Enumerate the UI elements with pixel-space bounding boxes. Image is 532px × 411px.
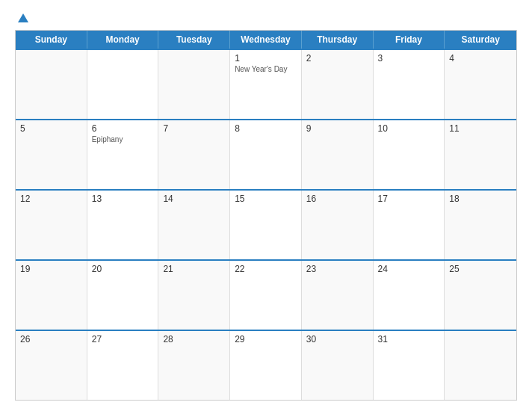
calendar-cell: 15: [230, 191, 302, 259]
calendar-cell: 24: [374, 261, 445, 330]
calendar-cell: 7: [158, 120, 230, 189]
calendar-cell: [87, 50, 159, 119]
calendar-cell: 25: [445, 261, 516, 330]
day-number: 24: [378, 264, 440, 274]
calendar-cell: 17: [374, 191, 445, 259]
day-number: 8: [235, 123, 297, 134]
day-number: 31: [378, 334, 440, 344]
header-day-friday: Friday: [374, 31, 445, 49]
day-number: 21: [163, 264, 225, 274]
calendar-cell: 28: [158, 331, 230, 400]
day-number: 2: [306, 53, 368, 64]
calendar-cell: 9: [302, 120, 374, 189]
day-number: 16: [306, 194, 368, 204]
day-number: 3: [378, 53, 440, 64]
calendar-cell: 12: [16, 191, 87, 259]
calendar-cell: 10: [374, 120, 445, 189]
logo: [15, 13, 28, 22]
calendar-cell: [445, 331, 516, 400]
day-number: 6: [92, 123, 154, 134]
calendar-week-1: 1New Year's Day234: [16, 49, 516, 119]
calendar-cell: 26: [16, 331, 87, 400]
calendar-cell: 31: [374, 331, 445, 400]
calendar-cell: 6Epiphany: [87, 120, 159, 189]
calendar-cell: 5: [16, 120, 87, 189]
calendar-body: 1New Year's Day23456Epiphany789101112131…: [16, 49, 516, 400]
calendar-cell: 23: [302, 261, 374, 330]
calendar-cell: [158, 50, 230, 119]
holiday-label: New Year's Day: [235, 65, 297, 73]
day-number: 18: [449, 194, 512, 204]
calendar-cell: 20: [87, 261, 159, 330]
day-number: 1: [235, 53, 297, 64]
calendar-cell: 1New Year's Day: [230, 50, 302, 119]
header-day-saturday: Saturday: [445, 31, 516, 49]
day-number: 28: [163, 334, 225, 344]
day-number: 22: [235, 264, 297, 274]
day-number: 13: [92, 194, 154, 204]
calendar-cell: 22: [230, 261, 302, 330]
day-number: 27: [92, 334, 154, 344]
day-number: 7: [163, 123, 225, 134]
header-day-thursday: Thursday: [302, 31, 374, 49]
logo-blue-text: [15, 13, 28, 22]
calendar-cell: 18: [445, 191, 516, 259]
day-number: 19: [20, 264, 82, 274]
header-day-monday: Monday: [87, 31, 159, 49]
calendar-cell: 30: [302, 331, 374, 400]
day-number: 14: [163, 194, 225, 204]
header-day-sunday: Sunday: [16, 31, 87, 49]
calendar-cell: 29: [230, 331, 302, 400]
calendar-week-3: 12131415161718: [16, 189, 516, 259]
day-number: 15: [235, 194, 297, 204]
calendar-cell: 16: [302, 191, 374, 259]
day-number: 10: [378, 123, 440, 134]
calendar: SundayMondayTuesdayWednesdayThursdayFrid…: [15, 30, 517, 401]
calendar-cell: 19: [16, 261, 87, 330]
day-number: 17: [378, 194, 440, 204]
calendar-week-2: 56Epiphany7891011: [16, 119, 516, 189]
calendar-cell: 14: [158, 191, 230, 259]
day-number: 25: [449, 264, 512, 274]
header-day-tuesday: Tuesday: [158, 31, 230, 49]
day-number: 29: [235, 334, 297, 344]
day-number: 12: [20, 194, 82, 204]
day-number: 5: [20, 123, 82, 134]
day-number: 4: [449, 53, 512, 64]
header: [15, 13, 517, 22]
calendar-week-4: 19202122232425: [16, 259, 516, 330]
calendar-cell: 27: [87, 331, 159, 400]
logo-triangle-icon: [18, 13, 28, 22]
calendar-cell: 2: [302, 50, 374, 119]
calendar-cell: [16, 50, 87, 119]
day-number: 23: [306, 264, 368, 274]
calendar-cell: 11: [445, 120, 516, 189]
page: SundayMondayTuesdayWednesdayThursdayFrid…: [0, 0, 532, 411]
day-number: 9: [306, 123, 368, 134]
calendar-cell: 8: [230, 120, 302, 189]
calendar-header-row: SundayMondayTuesdayWednesdayThursdayFrid…: [16, 31, 516, 49]
day-number: 20: [92, 264, 154, 274]
calendar-cell: 13: [87, 191, 159, 259]
day-number: 11: [449, 123, 512, 134]
day-number: 30: [306, 334, 368, 344]
calendar-cell: 21: [158, 261, 230, 330]
calendar-cell: 3: [374, 50, 445, 119]
day-number: 26: [20, 334, 82, 344]
calendar-cell: 4: [445, 50, 516, 119]
calendar-week-5: 262728293031: [16, 330, 516, 400]
holiday-label: Epiphany: [92, 135, 154, 143]
header-day-wednesday: Wednesday: [230, 31, 302, 49]
